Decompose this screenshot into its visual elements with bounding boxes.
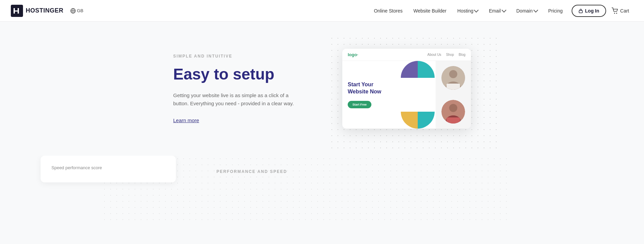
hero-eyebrow: SIMPLE AND INTUITIVE (173, 54, 302, 59)
chevron-down-icon (501, 8, 506, 13)
preview-navbar: logo· About Us Shop Blog (342, 49, 471, 61)
preview-body: Start YourWebsite Now Start Free (342, 61, 471, 129)
preview-right (400, 61, 471, 129)
preview-nav-blog: Blog (459, 53, 465, 57)
shape-q1 (401, 61, 435, 95)
speed-performance-card: Speed performance score (41, 156, 176, 182)
nav-hosting[interactable]: Hosting (453, 5, 483, 16)
shape-q3 (401, 95, 435, 129)
login-label: Log In (585, 8, 599, 14)
person-svg-1 (441, 66, 465, 90)
quadrant-4 (436, 95, 471, 129)
preview-logo: logo· (348, 52, 358, 57)
preview-nav-links: About Us Shop Blog (427, 53, 465, 57)
svg-rect-10 (446, 84, 460, 90)
nav-website-builder[interactable]: Website Builder (409, 5, 451, 16)
hero-title: Easy to setup (173, 65, 302, 83)
locale-label: GB (77, 8, 84, 13)
person-photo-1 (441, 66, 465, 90)
cart-label: Cart (620, 8, 629, 14)
hero-text: SIMPLE AND INTUITIVE Easy to setup Getti… (173, 54, 302, 124)
lock-icon (578, 8, 583, 13)
person-photo-2 (441, 100, 465, 124)
nav-pricing[interactable]: Pricing (544, 5, 568, 16)
quadrant-3 (400, 95, 436, 129)
performance-eyebrow: PERFORMANCE AND SPEED (216, 156, 603, 174)
person-svg-2 (441, 100, 465, 124)
logo[interactable]: HOSTINGER (11, 5, 64, 17)
nav-domain[interactable]: Domain (512, 5, 542, 16)
main-content: SIMPLE AND INTUITIVE Easy to setup Getti… (0, 22, 644, 244)
hero-description: Getting your website live is as simple a… (173, 91, 302, 108)
chevron-down-icon (474, 8, 479, 13)
cart-button[interactable]: Cart (607, 5, 633, 17)
nav-online-stores[interactable]: Online Stores (369, 5, 407, 16)
svg-point-5 (614, 13, 615, 14)
chevron-down-icon (533, 8, 538, 13)
svg-rect-4 (579, 10, 582, 13)
globe-icon (70, 8, 76, 14)
svg-point-6 (616, 13, 617, 14)
hostinger-logo-icon (11, 5, 23, 17)
preview-heading: Start YourWebsite Now (348, 81, 395, 95)
preview-cta-button[interactable]: Start Free (348, 101, 371, 108)
preview-nav-shop: Shop (446, 53, 454, 57)
learn-more-link[interactable]: Learn more (173, 117, 199, 123)
cart-icon (612, 7, 618, 14)
quadrant-1 (400, 61, 436, 95)
bottom-section-wrapper: Speed performance score PERFORMANCE AND … (0, 156, 644, 223)
performance-section: PERFORMANCE AND SPEED (216, 156, 603, 174)
quadrant-2 (436, 61, 471, 95)
preview-nav-about: About Us (427, 53, 441, 57)
website-preview-card: logo· About Us Shop Blog Start YourWebsi… (342, 49, 471, 129)
brand-name: HOSTINGER (26, 7, 64, 14)
navbar: HOSTINGER GB Online Stores Website Build… (0, 0, 644, 22)
preview-left: Start YourWebsite Now Start Free (342, 61, 400, 129)
speed-card-title: Speed performance score (51, 165, 165, 170)
login-button[interactable]: Log In (572, 5, 606, 17)
navbar-left: HOSTINGER GB (11, 5, 86, 17)
svg-rect-14 (446, 117, 460, 124)
svg-point-12 (449, 104, 457, 112)
navbar-right: Online Stores Website Builder Hosting Em… (369, 5, 633, 17)
locale-button[interactable]: GB (68, 7, 86, 15)
hero-card-wrapper: logo· About Us Shop Blog Start YourWebsi… (342, 49, 471, 129)
svg-point-8 (449, 70, 457, 78)
nav-email[interactable]: Email (484, 5, 510, 16)
hero-section: SIMPLE AND INTUITIVE Easy to setup Getti… (0, 22, 644, 156)
